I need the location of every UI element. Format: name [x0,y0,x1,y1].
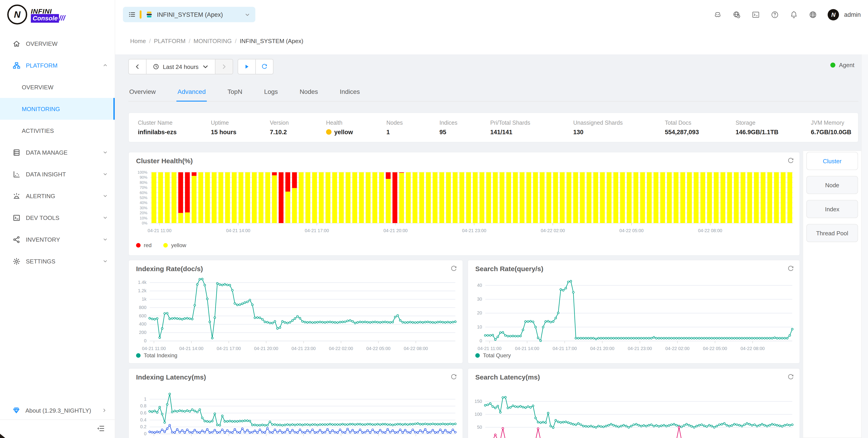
stat-value: 130 [573,129,665,135]
breadcrumb-separator: / [189,38,190,44]
console-terminal-icon[interactable] [751,10,760,19]
discord-icon[interactable] [713,10,722,19]
svg-text:50: 50 [477,425,482,430]
username-label[interactable]: admin [844,11,861,18]
devtools-icon [13,214,21,221]
time-back-button[interactable] [129,59,146,74]
time-range-dropdown[interactable]: Last 24 hours [146,59,215,74]
auto-refresh-play-button[interactable] [238,59,255,74]
cluster-selector[interactable]: INFINI_SYSTEM (Apex) [123,7,255,22]
legend-item[interactable]: Total Indexing [136,352,177,358]
refresh-chart-icon[interactable] [787,157,794,164]
stat-label: Health [326,120,386,126]
svg-text:600: 600 [139,313,147,318]
chevron-down-icon [103,215,107,220]
sidebar-item-inventory[interactable]: INVENTORY [0,228,115,250]
svg-text:04-21 17:00: 04-21 17:00 [217,346,241,351]
sidebar: N INFINI Console/// OVERVIEWPLATFORMOVER… [0,0,115,438]
sidebar-item-about[interactable]: About (1.29.3_NIGHTLY) [0,401,115,420]
scope-tab-cluster[interactable]: Cluster [806,152,858,170]
scope-tab-index[interactable]: Index [806,200,858,218]
sidebar-item-platform[interactable]: PLATFORM [0,54,115,76]
scope-tab-node[interactable]: Node [806,176,858,194]
help-icon[interactable] [771,10,779,19]
refresh-button[interactable] [255,59,273,74]
health-status-dot [326,129,332,135]
sidebar-item-overview[interactable]: OVERVIEW [0,33,115,54]
cluster-health-card: Cluster Health(%) 0%10%20%30%40%50%60%70… [128,152,800,256]
main-content: Last 24 hours Agent OverviewAdvancedTopN… [115,54,868,438]
search-rate-chart: 01020304004-21 11:0004-21 14:0004-21 17:… [468,260,800,363]
language-globe-icon[interactable] [809,10,817,19]
legend-color-dot [475,353,480,358]
stat-label: Version [270,120,326,126]
sidebar-item-monitoring[interactable]: MONITORING [0,98,115,120]
breadcrumb-item[interactable]: Home [130,38,146,44]
tab-nodes[interactable]: Nodes [299,84,319,101]
svg-text:90%: 90% [140,175,147,180]
header-icons: N admin [713,0,861,29]
tab-topn[interactable]: TopN [226,84,243,101]
refresh-chart-icon[interactable] [787,265,794,272]
sidebar-item-alerting[interactable]: ALERTING [0,185,115,207]
stat-label: Unassigned Shards [573,120,665,126]
svg-text:0: 0 [479,338,482,343]
refresh-chart-icon[interactable] [450,374,457,380]
svg-text:1k: 1k [142,296,147,302]
breadcrumb-separator: / [149,38,151,44]
svg-text:70%: 70% [140,185,147,190]
sidebar-item-settings[interactable]: SETTINGS [0,250,115,272]
legend-item[interactable]: yellow [163,242,186,248]
alarm-icon [13,192,21,200]
breadcrumb-item[interactable]: MONITORING [194,38,232,44]
sidebar-item-activities[interactable]: ACTIVITIES [0,120,115,142]
chart-title: Indexing Latency(ms) [136,373,206,381]
metric-scope-rail: ClusterNodeIndexThread Pool [803,151,862,438]
stat-pri-total-shards: Pri/Total Shards141/141 [490,120,573,135]
legend-item[interactable]: Total Query [475,352,511,358]
chevron-down-icon [103,150,107,155]
tab-indices[interactable]: Indices [339,84,361,101]
refresh-chart-icon[interactable] [787,374,794,380]
svg-text:400: 400 [139,321,147,326]
sidebar-item-label: OVERVIEW [22,84,54,90]
stat-value: 146.9GB/1.1TB [736,129,811,135]
sidebar-item-data-insight[interactable]: DATA INSIGHT [0,163,115,185]
sidebar-item-data-manage[interactable]: DATA MANAGE [0,142,115,163]
svg-text:04-21 14:00: 04-21 14:00 [226,228,250,233]
diamond-icon [13,407,20,414]
home-icon [13,40,21,48]
time-forward-button[interactable] [215,59,232,74]
stat-nodes: Nodes1 [386,120,439,135]
sidebar-item-overview[interactable]: OVERVIEW [0,76,115,98]
page-scrollbar[interactable] [861,54,868,438]
tab-logs[interactable]: Logs [263,84,279,101]
notifications-bell-icon[interactable] [789,10,798,19]
timezone-globe-icon[interactable] [733,10,741,19]
chevron-up-icon [103,63,107,68]
svg-text:04-22 08:00: 04-22 08:00 [741,346,765,351]
svg-text:04-22 05:00: 04-22 05:00 [703,346,727,351]
svg-text:04-21 11:00: 04-21 11:00 [477,346,501,351]
sidebar-item-dev-tools[interactable]: DEV TOOLS [0,207,115,228]
collapse-sidebar-icon[interactable] [97,425,105,433]
svg-text:04-21 14:00: 04-21 14:00 [515,346,539,351]
tab-overview[interactable]: Overview [128,84,157,101]
avatar[interactable]: N [828,9,839,20]
refresh-chart-icon[interactable] [450,265,457,272]
sidebar-item-label: ACTIVITIES [22,127,54,134]
chart-title: Cluster Health(%) [136,157,193,165]
svg-text:60%: 60% [140,191,147,195]
brand-name-top: INFINI [31,7,65,14]
svg-text:04-22 05:00: 04-22 05:00 [366,346,391,351]
scope-tab-thread-pool[interactable]: Thread Pool [806,224,858,242]
breadcrumb-item[interactable]: PLATFORM [154,38,186,44]
chevron-down-icon [245,12,250,17]
svg-text:04-22 02:00: 04-22 02:00 [329,346,353,351]
stat-label: Indices [439,120,490,126]
breadcrumb-item: INFINI_SYSTEM (Apex) [240,38,303,44]
legend-item[interactable]: red [136,242,152,248]
tab-advanced[interactable]: Advanced [177,84,207,101]
svg-text:800: 800 [139,305,147,310]
brand-logo[interactable]: N INFINI Console/// [0,0,115,29]
